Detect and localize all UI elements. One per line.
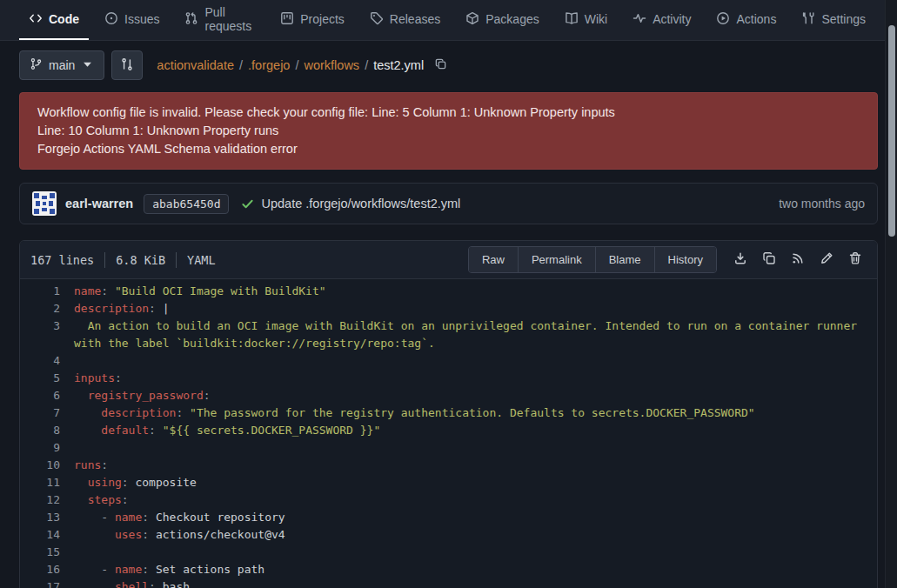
line-number[interactable]: 5 (20, 370, 74, 387)
line-number[interactable]: 1 (20, 283, 74, 300)
line-number[interactable]: 10 (20, 457, 74, 474)
code-line: 7 description: "The password for the reg… (20, 404, 877, 422)
code-line: 6 registry_password: (20, 387, 877, 404)
code-view: 1name: "Build OCI Image with BuildKit"2d… (20, 279, 877, 588)
line-number[interactable]: 16 (20, 561, 74, 578)
code-line: 12 steps: (20, 491, 877, 509)
line-number[interactable]: 13 (20, 509, 74, 526)
tag-icon (370, 11, 384, 28)
error-banner: Workflow config file is invalid. Please … (19, 92, 878, 170)
copy-content-button[interactable] (758, 249, 780, 271)
line-number[interactable]: 7 (20, 404, 74, 422)
pencil-icon (820, 251, 833, 268)
line-number[interactable]: 8 (20, 422, 74, 439)
tab-settings-label: Settings (821, 12, 866, 26)
breadcrumb-repo-link[interactable]: actionvalidate (157, 58, 234, 72)
code-line: 3 An action to build an OCI image with B… (20, 317, 877, 352)
issue-icon (104, 11, 118, 28)
code-lines: 1name: "Build OCI Image with BuildKit"2d… (20, 283, 877, 588)
raw-button[interactable]: Raw (469, 247, 518, 272)
pull-request-icon (184, 11, 198, 28)
tab-issues-label: Issues (124, 12, 159, 26)
page-scrollbar[interactable] (885, 0, 897, 588)
commit-hash-badge[interactable]: abab65450d (144, 194, 229, 214)
tab-issues[interactable]: Issues (95, 0, 169, 40)
permalink-button[interactable]: Permalink (518, 247, 595, 272)
trash-icon (848, 251, 862, 268)
code-line: 8 default: "${{ secrets.DOCKER_PASSWORD … (20, 422, 877, 439)
breadcrumb-dir-link-workflows[interactable]: workflows (304, 58, 359, 72)
breadcrumb-dir-link-forgejo[interactable]: .forgejo (248, 58, 290, 72)
code-line: 15 (20, 544, 877, 561)
line-number[interactable]: 2 (20, 300, 74, 317)
line-number[interactable]: 12 (20, 491, 74, 509)
tab-wiki[interactable]: Wiki (555, 0, 617, 40)
commit-check-icon (241, 197, 254, 210)
breadcrumb-separator: / (295, 58, 298, 72)
line-number[interactable]: 17 (20, 578, 74, 588)
book-icon (565, 11, 579, 28)
tab-settings[interactable]: Settings (792, 0, 875, 40)
tab-packages[interactable]: Packages (456, 0, 548, 40)
rss-button[interactable] (787, 249, 809, 271)
tab-pull-requests[interactable]: Pull requests (175, 0, 264, 40)
code-line-content: steps: (74, 491, 877, 509)
code-line: 5inputs: (20, 370, 877, 387)
rss-icon (791, 251, 805, 268)
code-line: 16 - name: Set actions path (20, 561, 877, 578)
code-line-content: using: composite (74, 474, 877, 491)
file-toolbar: main actionvalidate / .forgejo / workflo… (19, 50, 878, 80)
divider (176, 252, 177, 268)
delete-button[interactable] (844, 249, 867, 271)
tools-icon (801, 11, 815, 28)
code-line-content (74, 352, 877, 370)
scrollbar-thumb[interactable] (888, 25, 895, 237)
tab-activity[interactable]: Activity (623, 0, 700, 40)
line-number[interactable]: 11 (20, 474, 74, 491)
code-line-content (74, 544, 877, 561)
line-number[interactable]: 15 (20, 544, 74, 561)
activity-pulse-icon (633, 11, 646, 28)
line-number[interactable]: 4 (20, 352, 74, 370)
repo-nav-bar: Code Issues Pull requests Projects Relea… (0, 0, 897, 41)
line-number[interactable]: 3 (20, 317, 74, 352)
error-line: Line: 10 Column 1: Unknown Property runs (37, 122, 860, 140)
code-line-content: - name: Set actions path (74, 561, 877, 578)
file-view-box: 167 lines 6.8 KiB YAML Raw Permalink Bla… (19, 240, 878, 588)
code-line-content (74, 439, 877, 457)
line-number[interactable]: 14 (20, 526, 74, 544)
code-line-content: uses: actions/checkout@v4 (74, 526, 877, 544)
line-number[interactable]: 6 (20, 387, 74, 404)
tab-code[interactable]: Code (19, 0, 89, 40)
code-line-content: - name: Checkout repository (74, 509, 877, 526)
tab-projects[interactable]: Projects (271, 0, 354, 40)
commit-message[interactable]: Update .forgejo/workflows/test2.yml (261, 197, 460, 210)
code-line: 11 using: composite (20, 474, 877, 491)
avatar[interactable] (32, 191, 57, 216)
compare-icon (120, 57, 134, 74)
history-button[interactable]: History (654, 247, 716, 272)
edit-button[interactable] (815, 249, 838, 271)
breadcrumb-separator: / (365, 58, 368, 72)
tab-actions[interactable]: Actions (706, 0, 786, 40)
tab-wiki-label: Wiki (585, 12, 607, 26)
file-action-icons (729, 249, 867, 271)
copy-path-button[interactable] (434, 57, 447, 73)
branch-button[interactable]: main (19, 50, 104, 80)
code-line-content: registry_password: (74, 387, 877, 404)
blame-button[interactable]: Blame (595, 247, 654, 272)
branch-label: main (49, 58, 75, 72)
file-header: 167 lines 6.8 KiB YAML Raw Permalink Bla… (20, 241, 877, 279)
line-number[interactable]: 9 (20, 439, 74, 457)
breadcrumb-separator: / (239, 58, 243, 72)
tab-releases[interactable]: Releases (360, 0, 450, 40)
commit-author[interactable]: earl-warren (65, 197, 133, 210)
code-line: 1name: "Build OCI Image with BuildKit" (20, 283, 877, 300)
file-size: 6.8 KiB (116, 253, 165, 267)
download-button[interactable] (729, 249, 752, 271)
code-line: 9 (20, 439, 877, 457)
compare-button[interactable] (111, 50, 143, 80)
code-icon (29, 11, 43, 28)
copy-icon (434, 57, 447, 73)
breadcrumb-file-name: test2.yml (373, 58, 424, 72)
